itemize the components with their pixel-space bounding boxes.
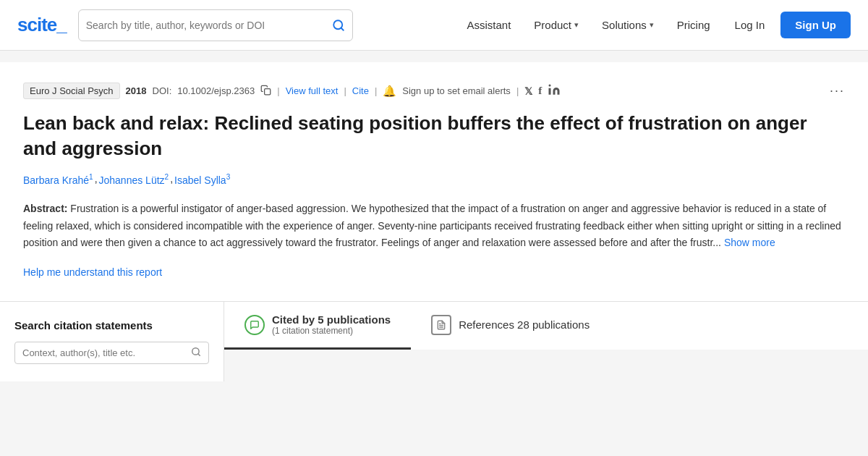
article-title: Lean back and relax: Reclined seating po…	[23, 111, 845, 161]
tab-cited-sublabel: (1 citation statement)	[272, 326, 391, 336]
article-doi-label: DOI:	[153, 85, 172, 96]
tab-cited[interactable]: Cited by 5 publications (1 citation stat…	[224, 302, 411, 350]
separator-1: |	[277, 85, 279, 96]
bell-icon: 🔔	[383, 85, 396, 98]
tab-references-labels: References 28 publications	[459, 318, 590, 331]
bottom-section: Search citation statements Cited by 5	[0, 301, 868, 381]
article-doi: 10.1002/ejsp.2363	[177, 85, 255, 96]
svg-line-6	[198, 354, 200, 356]
author-2-superscript: 3	[226, 173, 231, 181]
email-alert-text[interactable]: Sign up to set email alerts	[402, 85, 511, 96]
tabs-row: Cited by 5 publications (1 citation stat…	[224, 302, 868, 350]
help-link[interactable]: Help me understand this report	[23, 266, 162, 278]
signup-button[interactable]: Sign Up	[780, 12, 851, 38]
citation-search-input-wrap[interactable]	[14, 342, 209, 364]
tab-cited-label: Cited by 5 publications	[272, 313, 391, 326]
journal-name: Euro J Social Psych	[23, 83, 120, 99]
login-button[interactable]: Log In	[725, 13, 775, 37]
left-panel: Search citation statements	[0, 302, 224, 381]
facebook-icon[interactable]: f	[538, 85, 542, 97]
separator-4: |	[516, 85, 519, 96]
tab-references-label: References 28 publications	[459, 318, 590, 331]
citation-search-input[interactable]	[22, 347, 191, 358]
author-2[interactable]: Isabel Sylla3	[174, 173, 230, 186]
main-nav: Assistant Product ▾ Solutions ▾ Pricing …	[458, 12, 851, 38]
more-options-button[interactable]: ···	[830, 83, 845, 98]
author-0[interactable]: Barbara Krahé1	[23, 173, 93, 186]
view-full-text-link[interactable]: View full text	[286, 85, 339, 96]
show-more-link[interactable]: Show more	[724, 237, 775, 248]
nav-solutions[interactable]: Solutions ▾	[593, 13, 663, 37]
cited-icon	[244, 315, 265, 335]
nav-pricing[interactable]: Pricing	[668, 13, 719, 37]
author-1[interactable]: Johannes Lütz2	[99, 173, 169, 186]
abstract-text: Frustration is a powerful instigator of …	[23, 203, 841, 249]
refs-icon	[431, 315, 451, 335]
solutions-chevron-icon: ▾	[650, 20, 654, 30]
citation-search-icon	[191, 347, 201, 359]
svg-line-1	[341, 28, 343, 30]
author-0-superscript: 1	[89, 173, 93, 181]
twitter-icon[interactable]: 𝕏	[524, 85, 532, 97]
author-1-superscript: 2	[165, 173, 169, 181]
social-icons: 𝕏 f	[524, 83, 561, 98]
logo[interactable]: scite_	[17, 14, 67, 36]
search-button[interactable]	[332, 19, 345, 32]
cite-link[interactable]: Cite	[352, 85, 369, 96]
header: scite_ Assistant Product ▾ Solutions ▾ P…	[0, 0, 868, 51]
tab-references[interactable]: References 28 publications	[411, 302, 610, 350]
copy-doi-icon[interactable]	[260, 85, 271, 98]
linkedin-icon[interactable]	[548, 83, 561, 98]
authors-list: Barbara Krahé1 , Johannes Lütz2 , Isabel…	[23, 173, 845, 186]
svg-point-4	[549, 85, 551, 87]
search-input[interactable]	[86, 20, 326, 31]
main-content: Euro J Social Psych 2018 DOI: 10.1002/ej…	[0, 62, 868, 301]
article-year: 2018	[126, 85, 147, 96]
nav-product[interactable]: Product ▾	[525, 13, 587, 37]
right-panel: Cited by 5 publications (1 citation stat…	[224, 302, 868, 381]
nav-assistant[interactable]: Assistant	[458, 13, 519, 37]
separator-2: |	[344, 85, 346, 96]
abstract-section: Abstract: Frustration is a powerful inst…	[23, 200, 845, 252]
svg-rect-3	[549, 88, 551, 95]
tab-cited-labels: Cited by 5 publications (1 citation stat…	[272, 313, 391, 336]
svg-rect-2	[265, 88, 271, 94]
separator-3: |	[375, 85, 377, 96]
citation-search-title: Search citation statements	[14, 319, 209, 332]
abstract-label: Abstract:	[23, 203, 67, 214]
product-chevron-icon: ▾	[574, 20, 579, 30]
search-bar[interactable]	[78, 9, 353, 41]
article-meta: Euro J Social Psych 2018 DOI: 10.1002/ej…	[23, 83, 845, 99]
